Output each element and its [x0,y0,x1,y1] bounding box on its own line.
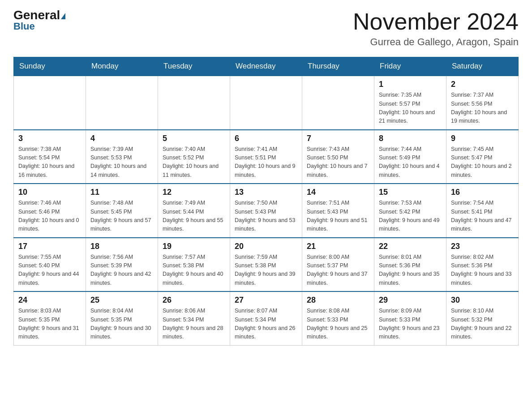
day-number: 3 [18,134,81,143]
day-info: Sunrise: 7:53 AM Sunset: 5:42 PM Dayligh… [379,199,442,234]
calendar-cell: 6Sunrise: 7:41 AM Sunset: 5:51 PM Daylig… [230,130,302,184]
day-info: Sunrise: 7:56 AM Sunset: 5:39 PM Dayligh… [90,253,153,288]
day-info: Sunrise: 7:51 AM Sunset: 5:43 PM Dayligh… [307,199,369,234]
week-row-5: 24Sunrise: 8:03 AM Sunset: 5:35 PM Dayli… [14,291,519,345]
day-number: 20 [235,242,297,251]
week-row-4: 17Sunrise: 7:55 AM Sunset: 5:40 PM Dayli… [14,238,519,292]
calendar-cell: 29Sunrise: 8:09 AM Sunset: 5:33 PM Dayli… [374,291,446,345]
weekday-header-monday: Monday [86,57,158,76]
calendar-cell: 12Sunrise: 7:49 AM Sunset: 5:44 PM Dayli… [158,184,230,238]
calendar-cell: 20Sunrise: 7:59 AM Sunset: 5:38 PM Dayli… [230,238,302,292]
calendar-cell: 16Sunrise: 7:54 AM Sunset: 5:41 PM Dayli… [446,184,519,238]
weekday-header-friday: Friday [374,57,446,76]
day-number: 19 [163,242,225,251]
day-info: Sunrise: 8:00 AM Sunset: 5:37 PM Dayligh… [307,253,369,288]
weekday-header-wednesday: Wednesday [230,57,302,76]
calendar-cell: 4Sunrise: 7:39 AM Sunset: 5:53 PM Daylig… [86,130,158,184]
day-info: Sunrise: 8:01 AM Sunset: 5:36 PM Dayligh… [379,253,442,288]
day-info: Sunrise: 7:55 AM Sunset: 5:40 PM Dayligh… [18,253,81,288]
day-info: Sunrise: 7:43 AM Sunset: 5:50 PM Dayligh… [307,145,369,180]
month-title: November 2024 [353,9,519,34]
logo: General Blue [13,9,65,32]
day-number: 10 [18,188,81,197]
day-info: Sunrise: 7:54 AM Sunset: 5:41 PM Dayligh… [451,199,514,234]
week-row-2: 3Sunrise: 7:38 AM Sunset: 5:54 PM Daylig… [14,130,519,184]
day-number: 14 [307,188,369,197]
day-number: 23 [451,242,514,251]
day-number: 25 [90,295,153,305]
calendar-cell: 13Sunrise: 7:50 AM Sunset: 5:43 PM Dayli… [230,184,302,238]
day-number: 4 [90,134,153,143]
day-number: 26 [163,295,225,305]
day-info: Sunrise: 7:45 AM Sunset: 5:47 PM Dayligh… [451,145,514,180]
day-info: Sunrise: 7:46 AM Sunset: 5:46 PM Dayligh… [18,199,81,234]
calendar-cell: 1Sunrise: 7:35 AM Sunset: 5:57 PM Daylig… [374,76,446,130]
calendar-cell: 25Sunrise: 8:04 AM Sunset: 5:35 PM Dayli… [86,291,158,345]
day-info: Sunrise: 7:50 AM Sunset: 5:43 PM Dayligh… [235,199,297,234]
calendar-cell: 3Sunrise: 7:38 AM Sunset: 5:54 PM Daylig… [14,130,86,184]
day-number: 11 [90,188,153,197]
calendar-cell: 15Sunrise: 7:53 AM Sunset: 5:42 PM Dayli… [374,184,446,238]
day-info: Sunrise: 7:38 AM Sunset: 5:54 PM Dayligh… [18,145,81,180]
day-info: Sunrise: 7:44 AM Sunset: 5:49 PM Dayligh… [379,145,442,180]
day-number: 2 [451,80,514,89]
day-number: 18 [90,242,153,251]
calendar-cell: 24Sunrise: 8:03 AM Sunset: 5:35 PM Dayli… [14,291,86,345]
day-number: 8 [379,134,442,143]
calendar-cell: 8Sunrise: 7:44 AM Sunset: 5:49 PM Daylig… [374,130,446,184]
weekday-header-thursday: Thursday [302,57,374,76]
day-info: Sunrise: 8:08 AM Sunset: 5:33 PM Dayligh… [307,307,369,342]
day-number: 30 [451,295,514,305]
location-title: Gurrea de Gallego, Aragon, Spain [353,36,519,48]
title-block: November 2024 Gurrea de Gallego, Aragon,… [353,9,519,48]
day-info: Sunrise: 7:49 AM Sunset: 5:44 PM Dayligh… [163,199,225,234]
calendar-cell: 22Sunrise: 8:01 AM Sunset: 5:36 PM Dayli… [374,238,446,292]
calendar-cell [86,76,158,130]
day-info: Sunrise: 8:02 AM Sunset: 5:36 PM Dayligh… [451,253,514,288]
calendar-cell: 28Sunrise: 8:08 AM Sunset: 5:33 PM Dayli… [302,291,374,345]
day-number: 21 [307,242,369,251]
day-info: Sunrise: 8:06 AM Sunset: 5:34 PM Dayligh… [163,307,225,342]
calendar-cell: 9Sunrise: 7:45 AM Sunset: 5:47 PM Daylig… [446,130,519,184]
calendar-cell: 19Sunrise: 7:57 AM Sunset: 5:38 PM Dayli… [158,238,230,292]
day-info: Sunrise: 7:57 AM Sunset: 5:38 PM Dayligh… [163,253,225,288]
day-number: 29 [379,295,442,305]
day-number: 15 [379,188,442,197]
calendar-cell: 26Sunrise: 8:06 AM Sunset: 5:34 PM Dayli… [158,291,230,345]
day-info: Sunrise: 7:39 AM Sunset: 5:53 PM Dayligh… [90,145,153,180]
day-number: 28 [307,295,369,305]
calendar-cell [302,76,374,130]
weekday-header-row: SundayMondayTuesdayWednesdayThursdayFrid… [14,57,519,76]
calendar-cell [158,76,230,130]
calendar-cell: 14Sunrise: 7:51 AM Sunset: 5:43 PM Dayli… [302,184,374,238]
calendar-cell: 18Sunrise: 7:56 AM Sunset: 5:39 PM Dayli… [86,238,158,292]
logo-triangle-icon [61,13,65,19]
calendar-cell: 21Sunrise: 8:00 AM Sunset: 5:37 PM Dayli… [302,238,374,292]
page-header: General Blue November 2024 Gurrea de Gal… [13,9,519,48]
day-info: Sunrise: 8:09 AM Sunset: 5:33 PM Dayligh… [379,307,442,342]
day-info: Sunrise: 7:48 AM Sunset: 5:45 PM Dayligh… [90,199,153,234]
day-number: 27 [235,295,297,305]
logo-general: General [13,9,65,21]
day-number: 6 [235,134,297,143]
day-info: Sunrise: 8:03 AM Sunset: 5:35 PM Dayligh… [18,307,81,342]
calendar-cell [14,76,86,130]
calendar-cell: 30Sunrise: 8:10 AM Sunset: 5:32 PM Dayli… [446,291,519,345]
weekday-header-saturday: Saturday [446,57,519,76]
day-info: Sunrise: 8:07 AM Sunset: 5:34 PM Dayligh… [235,307,297,342]
day-number: 9 [451,134,514,143]
day-info: Sunrise: 7:37 AM Sunset: 5:56 PM Dayligh… [451,91,514,126]
calendar-cell: 2Sunrise: 7:37 AM Sunset: 5:56 PM Daylig… [446,76,519,130]
day-info: Sunrise: 7:59 AM Sunset: 5:38 PM Dayligh… [235,253,297,288]
calendar-cell: 23Sunrise: 8:02 AM Sunset: 5:36 PM Dayli… [446,238,519,292]
day-number: 5 [163,134,225,143]
calendar-cell: 5Sunrise: 7:40 AM Sunset: 5:52 PM Daylig… [158,130,230,184]
calendar-table: SundayMondayTuesdayWednesdayThursdayFrid… [13,57,519,346]
day-number: 17 [18,242,81,251]
calendar-cell: 11Sunrise: 7:48 AM Sunset: 5:45 PM Dayli… [86,184,158,238]
day-number: 12 [163,188,225,197]
calendar-cell: 17Sunrise: 7:55 AM Sunset: 5:40 PM Dayli… [14,238,86,292]
logo-blue: Blue [13,21,35,32]
day-number: 1 [379,80,442,89]
calendar-cell: 10Sunrise: 7:46 AM Sunset: 5:46 PM Dayli… [14,184,86,238]
